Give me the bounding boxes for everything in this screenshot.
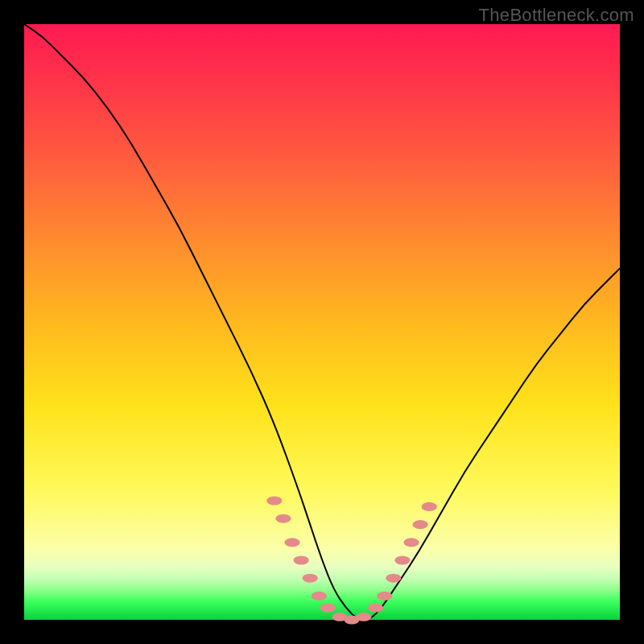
watermark-text: TheBottleneck.com bbox=[479, 5, 634, 26]
highlight-dot bbox=[403, 538, 419, 547]
highlight-dot bbox=[275, 514, 291, 523]
highlight-dot bbox=[312, 592, 327, 601]
highlight-dot bbox=[412, 520, 427, 529]
highlight-dot bbox=[422, 502, 437, 511]
highlight-dot bbox=[320, 604, 336, 613]
highlight-dot bbox=[394, 555, 410, 564]
highlight-dot bbox=[303, 574, 318, 583]
chart-stage: TheBottleneck.com bbox=[0, 0, 644, 644]
highlight-dot bbox=[293, 555, 308, 564]
highlight-dot bbox=[266, 496, 282, 505]
highlight-dot bbox=[284, 538, 299, 547]
highlight-dot bbox=[377, 592, 392, 601]
highlight-dot bbox=[386, 574, 401, 583]
chart-overlay-svg bbox=[24, 24, 620, 620]
highlight-dot bbox=[368, 604, 383, 613]
highlight-dot bbox=[356, 613, 371, 621]
highlight-dots-group bbox=[266, 496, 437, 624]
bottleneck-curve bbox=[24, 24, 620, 620]
